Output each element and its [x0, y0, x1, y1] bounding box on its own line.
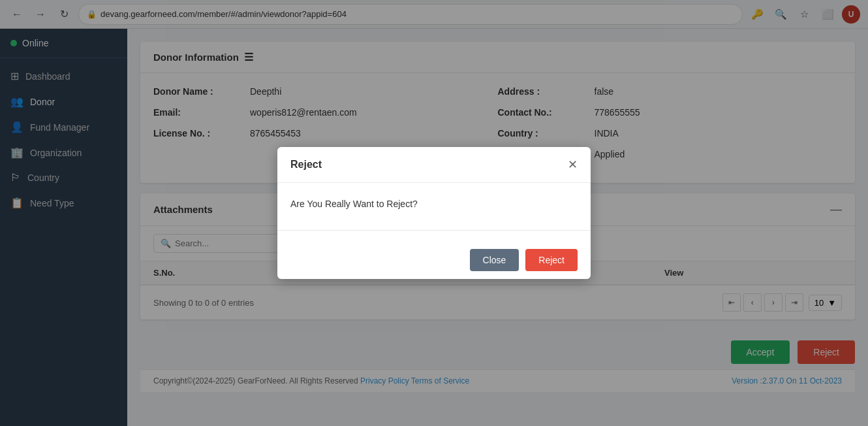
- modal-divider: [277, 230, 591, 231]
- modal-close-action-button[interactable]: Close: [470, 249, 519, 271]
- modal-overlay[interactable]: Reject ✕ Are You Really Want to Reject? …: [0, 0, 868, 426]
- modal-close-button[interactable]: ✕: [568, 157, 578, 172]
- modal-reject-button[interactable]: Reject: [525, 249, 578, 271]
- reject-modal: Reject ✕ Are You Really Want to Reject? …: [277, 147, 591, 279]
- modal-message: Are You Really Want to Reject?: [290, 199, 578, 209]
- modal-body: Are You Really Want to Reject?: [277, 183, 591, 230]
- modal-header: Reject ✕: [277, 147, 591, 183]
- modal-title: Reject: [290, 159, 322, 171]
- modal-footer: Close Reject: [277, 241, 591, 279]
